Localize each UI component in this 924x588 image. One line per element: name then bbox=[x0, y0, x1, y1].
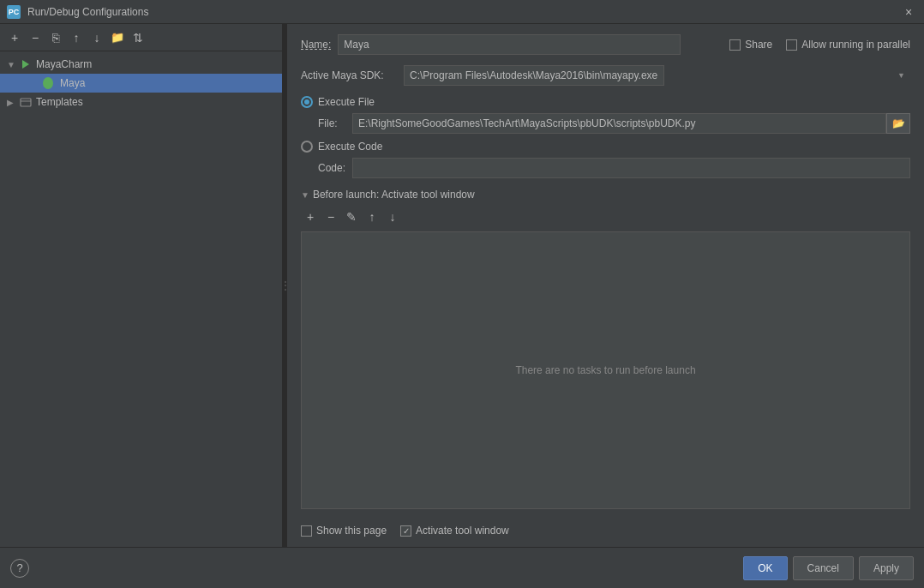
browse-button[interactable]: 📂 bbox=[886, 113, 910, 134]
header-checks: Share Allow running in parallel bbox=[729, 39, 910, 51]
remove-config-button[interactable]: − bbox=[26, 28, 45, 47]
help-button[interactable]: ? bbox=[10, 559, 29, 578]
execute-file-radio-row: Execute File bbox=[301, 96, 910, 108]
file-row: File: 📂 bbox=[301, 113, 910, 134]
tree-toolbar: + − ⎘ ↑ ↓ 📁 ⇅ bbox=[0, 24, 282, 51]
execute-code-radio-row: Execute Code bbox=[301, 141, 910, 153]
launch-move-up-button[interactable]: ↑ bbox=[363, 207, 381, 226]
maya-icon bbox=[43, 76, 57, 90]
launch-move-down-button[interactable]: ↓ bbox=[383, 207, 402, 226]
svg-rect-1 bbox=[21, 99, 31, 106]
share-checkbox[interactable] bbox=[729, 39, 741, 51]
launch-empty-text: There are no tasks to run before launch bbox=[515, 364, 695, 376]
ok-button[interactable]: OK bbox=[743, 556, 787, 580]
allow-running-checkbox[interactable] bbox=[786, 39, 797, 51]
file-label: File: bbox=[318, 117, 352, 129]
run-icon bbox=[19, 57, 33, 71]
app-icon: PC bbox=[7, 5, 21, 19]
close-button[interactable]: × bbox=[900, 3, 917, 21]
tree-item-mayacharm[interactable]: ▼ MayaCharm bbox=[0, 55, 282, 74]
window-title: Run/Debug Configurations bbox=[27, 6, 893, 18]
copy-config-button[interactable]: ⎘ bbox=[46, 28, 65, 47]
before-launch-arrow: ▼ bbox=[301, 190, 309, 200]
apply-button[interactable]: Apply bbox=[859, 556, 914, 580]
name-label: Name: bbox=[301, 39, 331, 51]
execute-code-radio[interactable] bbox=[301, 141, 313, 153]
header-row: Name: Share Allow running in parallel bbox=[301, 34, 910, 55]
execute-file-radio[interactable] bbox=[301, 96, 313, 108]
code-input[interactable] bbox=[352, 158, 910, 178]
right-panel: Name: Share Allow running in parallel Ac… bbox=[287, 24, 924, 547]
bottom-bar: ? OK Cancel Apply bbox=[0, 547, 924, 588]
file-input[interactable] bbox=[352, 113, 886, 134]
sdk-select[interactable]: C:\Program Files\Autodesk\Maya2016\bin\m… bbox=[404, 65, 664, 86]
sdk-label: Active Maya SDK: bbox=[301, 69, 404, 81]
share-label: Share bbox=[745, 39, 772, 51]
content-area: + − ⎘ ↑ ↓ 📁 ⇅ bbox=[0, 24, 924, 547]
templates-icon bbox=[19, 95, 33, 109]
tree-item-templates[interactable]: ▶ Templates bbox=[0, 93, 282, 111]
launch-edit-button[interactable]: ✎ bbox=[342, 207, 361, 226]
launch-remove-button[interactable]: − bbox=[321, 207, 340, 226]
move-down-button[interactable]: ↓ bbox=[87, 28, 106, 47]
code-label: Code: bbox=[318, 162, 352, 174]
allow-running-checkbox-item[interactable]: Allow running in parallel bbox=[786, 39, 910, 51]
left-panel: + − ⎘ ↑ ↓ 📁 ⇅ bbox=[0, 24, 283, 547]
browse-icon: 📂 bbox=[892, 117, 905, 129]
show-page-checkbox-item[interactable]: Show this page bbox=[301, 525, 387, 537]
launch-add-button[interactable]: + bbox=[301, 207, 320, 226]
tree-item-maya[interactable]: Maya bbox=[0, 74, 282, 93]
share-checkbox-item[interactable]: Share bbox=[729, 39, 772, 51]
bottom-checkboxes: Show this page Activate tool window bbox=[301, 525, 910, 537]
move-up-button[interactable]: ↑ bbox=[67, 28, 86, 47]
sdk-select-wrapper: C:\Program Files\Autodesk\Maya2016\bin\m… bbox=[404, 65, 910, 86]
before-launch-header[interactable]: ▼ Before launch: Activate tool window bbox=[301, 189, 910, 201]
maya-label: Maya bbox=[60, 77, 85, 89]
show-page-label: Show this page bbox=[316, 525, 387, 537]
before-launch-toolbar: + − ✎ ↑ ↓ bbox=[301, 206, 910, 228]
activate-tool-checkbox[interactable] bbox=[400, 525, 411, 537]
file-input-wrapper: 📂 bbox=[352, 113, 910, 134]
tree-area: ▼ MayaCharm Maya bbox=[0, 51, 282, 547]
show-page-checkbox[interactable] bbox=[301, 525, 312, 537]
svg-marker-0 bbox=[22, 60, 29, 69]
expand-arrow: ▼ bbox=[7, 60, 19, 69]
title-bar: PC Run/Debug Configurations × bbox=[0, 0, 924, 24]
main-container: + − ⎘ ↑ ↓ 📁 ⇅ bbox=[0, 24, 924, 588]
name-input[interactable] bbox=[338, 34, 681, 55]
cancel-button[interactable]: Cancel bbox=[793, 556, 854, 580]
add-config-button[interactable]: + bbox=[5, 28, 24, 47]
allow-running-label: Allow running in parallel bbox=[801, 39, 910, 51]
mayacharm-label: MayaCharm bbox=[36, 58, 92, 70]
activate-tool-label: Activate tool window bbox=[416, 525, 509, 537]
execute-file-label: Execute File bbox=[318, 96, 375, 108]
execute-code-label: Execute Code bbox=[318, 141, 382, 153]
templates-arrow: ▶ bbox=[7, 98, 19, 107]
sdk-row: Active Maya SDK: C:\Program Files\Autode… bbox=[301, 65, 910, 86]
sort-button[interactable]: ⇅ bbox=[129, 28, 147, 47]
action-buttons: OK Cancel Apply bbox=[743, 556, 914, 580]
folder-button[interactable]: 📁 bbox=[108, 28, 127, 47]
code-row: Code: bbox=[301, 158, 910, 178]
activate-tool-checkbox-item[interactable]: Activate tool window bbox=[400, 525, 509, 537]
templates-label: Templates bbox=[36, 96, 83, 108]
folder-icon: 📁 bbox=[111, 31, 124, 44]
launch-area: There are no tasks to run before launch bbox=[301, 231, 910, 509]
before-launch-label: Before launch: Activate tool window bbox=[313, 189, 475, 201]
